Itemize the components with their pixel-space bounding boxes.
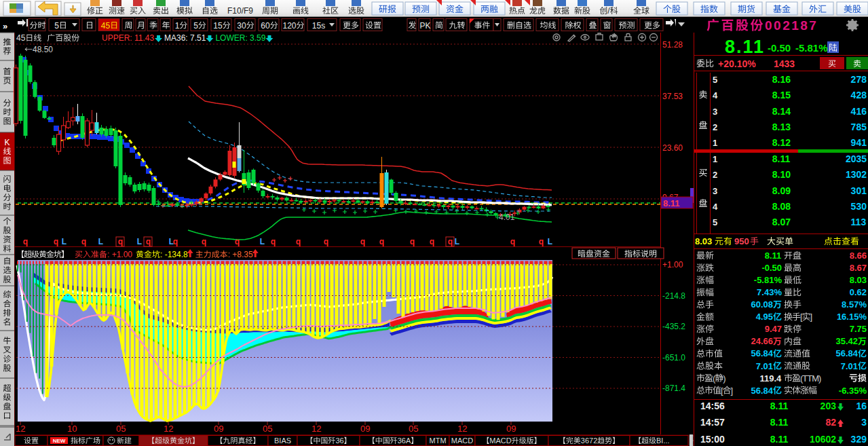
- svg-text:LOWER: 3.59: LOWER: 3.59: [215, 33, 265, 43]
- svg-text:8.11: 8.11: [725, 37, 765, 57]
- svg-text:-214.8: -214.8: [662, 291, 685, 301]
- svg-text:530: 530: [851, 201, 867, 212]
- svg-text:15:00: 15:00: [700, 434, 725, 445]
- svg-text:7.75: 7.75: [850, 324, 867, 334]
- svg-text:1: 1: [713, 154, 717, 164]
- svg-text:8.67: 8.67: [850, 263, 867, 273]
- svg-text:5: 5: [713, 75, 717, 85]
- svg-text:L: L: [169, 237, 174, 246]
- svg-text:1: 1: [713, 138, 717, 148]
- svg-text:L: L: [548, 237, 552, 246]
- svg-text:L: L: [455, 237, 459, 246]
- svg-text:8.13: 8.13: [772, 122, 791, 132]
- svg-text:14:56: 14:56: [700, 401, 725, 411]
- svg-text:q: q: [324, 237, 328, 246]
- svg-text:9.47: 9.47: [765, 324, 782, 334]
- svg-text:L: L: [137, 237, 142, 246]
- svg-text:-0.50: -0.50: [761, 263, 782, 273]
- svg-text:24.66: 24.66: [751, 336, 774, 346]
- svg-text:428: 428: [851, 90, 867, 100]
- svg-text:q: q: [539, 237, 544, 246]
- svg-text:09: 09: [214, 424, 223, 434]
- svg-text:8.03: 8.03: [695, 236, 712, 246]
- svg-text:30: 30: [237, 21, 246, 31]
- svg-text:]: ]: [731, 386, 733, 396]
- svg-text:785: 785: [851, 122, 867, 132]
- svg-text:q: q: [510, 237, 515, 246]
- svg-text:PK: PK: [420, 21, 431, 31]
- svg-text:51.28: 51.28: [662, 40, 683, 50]
- svg-text:q: q: [379, 237, 384, 246]
- svg-text:K: K: [5, 138, 10, 147]
- svg-text:8.11: 8.11: [770, 434, 789, 445]
- svg-text:10602: 10602: [810, 434, 836, 445]
- svg-text:36A: 36A: [398, 436, 411, 445]
- svg-text:8.11: 8.11: [765, 250, 782, 261]
- svg-text:»: »: [3, 21, 7, 31]
- svg-text:45: 45: [16, 33, 26, 43]
- svg-text:-5.81%: -5.81%: [754, 275, 782, 285]
- svg-text:950: 950: [734, 236, 749, 246]
- svg-text:8.14: 8.14: [772, 106, 791, 117]
- svg-text:941: 941: [851, 137, 867, 148]
- svg-text:(TTM): (TTM): [800, 373, 821, 384]
- svg-text:8.09: 8.09: [772, 185, 791, 196]
- svg-text:q: q: [410, 237, 415, 246]
- svg-text:8.03: 8.03: [850, 275, 867, 285]
- svg-text:-435.2: -435.2: [662, 322, 685, 331]
- svg-text:5: 5: [193, 21, 198, 31]
- svg-text:45: 45: [101, 21, 111, 31]
- svg-text:60: 60: [261, 21, 270, 31]
- svg-text:-651.0: -651.0: [662, 353, 685, 363]
- svg-text:14:57: 14:57: [700, 417, 725, 428]
- svg-text:BI...: BI...: [656, 436, 670, 445]
- svg-text:BIAS: BIAS: [274, 436, 291, 445]
- svg-text:q: q: [54, 237, 58, 246]
- svg-text:8.11: 8.11: [772, 153, 791, 164]
- svg-text:09: 09: [360, 424, 370, 434]
- svg-text:8.11: 8.11: [663, 198, 680, 208]
- svg-text:05: 05: [263, 424, 272, 434]
- svg-text:4.95: 4.95: [756, 312, 773, 322]
- svg-text:5: 5: [54, 21, 59, 31]
- svg-text:12: 12: [164, 424, 173, 434]
- svg-text:8.10: 8.10: [772, 169, 791, 180]
- svg-text:4.01: 4.01: [499, 212, 515, 222]
- svg-text:1433: 1433: [774, 58, 795, 69]
- svg-text:8.15: 8.15: [772, 90, 791, 100]
- svg-text:1: 1: [175, 21, 180, 31]
- svg-text:120: 120: [283, 21, 297, 31]
- svg-text:8.12: 8.12: [772, 137, 791, 148]
- svg-text:23.60: 23.60: [662, 143, 683, 153]
- svg-text:119.4: 119.4: [760, 373, 782, 384]
- svg-text:3672: 3672: [581, 436, 597, 445]
- svg-text:-6.35%: -6.35%: [839, 386, 867, 396]
- svg-text:09: 09: [506, 424, 516, 434]
- svg-text:16.15%: 16.15%: [837, 312, 867, 322]
- svg-text:MACD: MACD: [489, 436, 511, 445]
- svg-text:MTM: MTM: [430, 436, 447, 445]
- svg-text:F10/F9: F10/F9: [227, 6, 253, 16]
- svg-text:12: 12: [312, 424, 321, 434]
- svg-text:L: L: [260, 237, 265, 246]
- svg-text:37.53: 37.53: [662, 92, 683, 101]
- svg-text:15s: 15s: [312, 21, 325, 31]
- svg-text:278: 278: [851, 74, 867, 85]
- svg-text:16: 16: [856, 401, 867, 411]
- svg-text:0.62: 0.62: [850, 287, 867, 297]
- svg-text:56.84: 56.84: [751, 386, 774, 396]
- svg-text:8.08: 8.08: [772, 201, 791, 212]
- svg-text:]: ]: [810, 312, 812, 322]
- svg-text:56.84: 56.84: [751, 348, 774, 358]
- svg-text:12: 12: [457, 424, 467, 434]
- svg-text:329: 329: [851, 434, 867, 445]
- svg-text:7.01: 7.01: [841, 361, 858, 371]
- svg-text:q: q: [118, 237, 123, 246]
- svg-text:UPPER: 11.43: UPPER: 11.43: [102, 33, 154, 43]
- svg-text:8.57%: 8.57%: [842, 299, 867, 310]
- svg-text:301: 301: [851, 185, 867, 196]
- svg-text:35.42: 35.42: [836, 336, 858, 346]
- svg-text:15: 15: [213, 21, 223, 31]
- svg-text:36: 36: [335, 436, 343, 445]
- svg-text:q: q: [146, 237, 151, 246]
